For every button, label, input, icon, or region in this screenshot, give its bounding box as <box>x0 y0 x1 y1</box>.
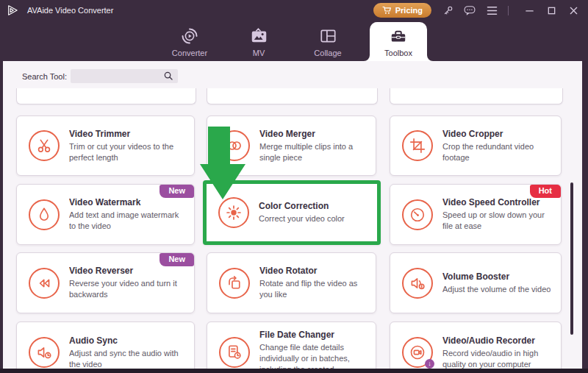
tool-description: Speed up or slow down your file at ease <box>442 210 553 232</box>
search-label: Search Tool: <box>22 72 67 81</box>
tool-title: Color Correction <box>259 201 345 211</box>
tool-card[interactable]: Volume BoosterAdjust the volume of the v… <box>390 252 562 313</box>
tab-mv[interactable]: MV <box>226 22 292 61</box>
tool-card[interactable]: Video CropperCrop the redundant video fo… <box>390 116 562 176</box>
tool-description: Trim or cut your videos to the perfect l… <box>69 141 187 163</box>
converter-icon <box>180 26 199 46</box>
card-badge: New <box>159 253 194 266</box>
rotate-icon <box>219 268 250 299</box>
tool-card[interactable]: Video Speed ControllerSpeed up or slow d… <box>390 184 562 245</box>
watermark-drop-icon <box>29 199 60 230</box>
toolbox-icon <box>389 26 408 46</box>
tool-title: Video Speed Controller <box>442 197 553 207</box>
volume-icon <box>402 268 433 299</box>
tool-title: Video Merger <box>259 129 368 139</box>
recorder-icon: ↓ <box>402 337 433 368</box>
tool-card[interactable]: Color CorrectionCorrect your video color <box>203 180 381 245</box>
tool-title: Video Watermark <box>69 197 187 207</box>
tabbar: Converter MV Collage <box>0 21 588 61</box>
search-icon[interactable] <box>163 71 173 84</box>
register-key-icon[interactable] <box>442 4 453 16</box>
tool-title: Video Rotator <box>259 266 368 276</box>
app-title: AVAide Video Converter <box>27 6 113 15</box>
tool-description: Merge multiple clips into a single piece <box>259 141 368 163</box>
tool-description: Reverse your video and turn it backwards <box>69 278 187 300</box>
titlebar: AVAide Video Converter Pricing <box>0 0 588 21</box>
tool-description: Adjust the volume of the video <box>442 284 551 295</box>
card-badge: New <box>159 185 194 198</box>
menu-icon[interactable] <box>486 4 498 16</box>
minimize-icon[interactable] <box>523 4 535 16</box>
feedback-icon[interactable] <box>464 4 476 16</box>
tab-collage-label: Collage <box>295 49 361 57</box>
tab-converter-label: Converter <box>157 49 223 57</box>
app-logo-icon <box>6 4 19 17</box>
tool-title: Audio Sync <box>69 335 187 346</box>
tool-description: Crop the redundant video footage <box>442 141 553 163</box>
app-window: AVAide Video Converter Pricing <box>0 0 588 373</box>
tool-card-partial[interactable] <box>16 88 196 104</box>
tab-collage[interactable]: Collage <box>295 22 361 61</box>
tool-card-partial[interactable] <box>207 88 378 104</box>
audio-sync-icon <box>29 337 60 368</box>
tool-title: Video/Audio Recorder <box>442 335 553 346</box>
close-icon[interactable] <box>567 4 579 16</box>
tool-title: Video Cropper <box>442 129 553 139</box>
titlebar-divider <box>508 6 509 15</box>
tab-mv-label: MV <box>226 49 292 57</box>
tool-title: Video Reverser <box>69 266 187 276</box>
tool-title: Video Trimmer <box>69 129 187 139</box>
tab-flare <box>364 55 370 61</box>
tool-title: File Date Changer <box>259 330 368 340</box>
scrollbar-thumb[interactable] <box>570 182 573 335</box>
tool-card[interactable]: File Date ChangerChange file date detail… <box>207 322 376 369</box>
reverse-icon <box>29 268 60 299</box>
search-box <box>71 69 178 83</box>
file-date-icon <box>219 337 250 368</box>
tool-description: Adjust and sync the audio with the video <box>69 348 187 369</box>
pricing-button[interactable]: Pricing <box>373 3 431 18</box>
crop-icon <box>402 130 433 161</box>
tool-card[interactable]: Video TrimmerTrim or cut your videos to … <box>16 116 195 176</box>
scissors-icon <box>29 130 60 161</box>
card-badge: Hot <box>530 185 561 198</box>
tool-description: Record video/audio in high quality on yo… <box>442 348 553 369</box>
tab-toolbox[interactable]: Toolbox <box>370 22 427 61</box>
toolbox-panel: Search Tool: Video TrimmerTrim or cut yo… <box>0 61 588 369</box>
window-frame-bottom <box>0 369 588 373</box>
tool-description: Add text and image watermark to the vide… <box>69 210 187 232</box>
window-frame-left <box>0 61 3 373</box>
collage-icon <box>318 26 338 46</box>
tool-card[interactable]: Video RotatorRotate and flip the video a… <box>207 252 376 313</box>
sun-icon <box>218 197 249 228</box>
tool-description: Rotate and flip the video as you like <box>259 278 368 300</box>
maximize-icon[interactable] <box>545 4 557 16</box>
tool-card-partial[interactable] <box>390 88 563 104</box>
tab-toolbox-label: Toolbox <box>370 49 427 57</box>
tool-card[interactable]: Video WatermarkAdd text and image waterm… <box>16 184 195 245</box>
tool-title: Volume Booster <box>442 271 551 282</box>
tab-converter[interactable]: Converter <box>157 22 223 61</box>
pricing-label: Pricing <box>395 6 423 15</box>
tool-card[interactable]: ↓Video/Audio RecorderRecord video/audio … <box>390 322 562 369</box>
mv-icon <box>249 26 269 46</box>
window-frame-right <box>582 61 588 373</box>
cart-icon <box>382 6 392 15</box>
tool-description: Correct your video color <box>259 213 345 224</box>
download-badge-icon: ↓ <box>425 359 434 369</box>
speedometer-icon <box>402 199 433 230</box>
tool-card[interactable]: Audio SyncAdjust and sync the audio with… <box>16 322 195 369</box>
search-input[interactable] <box>71 69 178 83</box>
tool-description: Change file date details individually or… <box>259 342 368 369</box>
tool-card[interactable]: Video ReverserReverse your video and tur… <box>16 252 195 313</box>
tab-flare <box>427 55 433 61</box>
